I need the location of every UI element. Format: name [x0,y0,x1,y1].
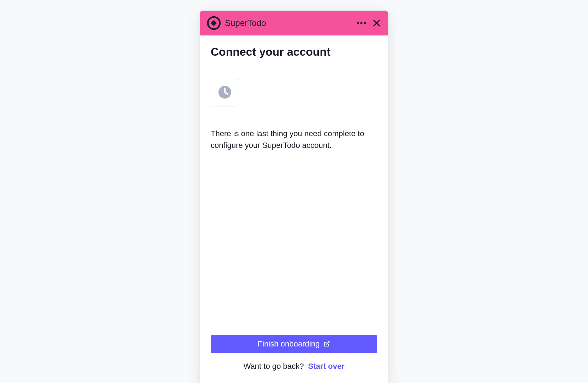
more-icon[interactable] [357,22,366,24]
clock-icon [218,85,232,99]
app-logo-icon [207,16,221,30]
primary-button-label: Finish onboarding [258,339,320,349]
title-section: Connect your account [200,35,388,67]
footer-text: Want to go back? [243,362,304,371]
start-over-link[interactable]: Start over [308,362,345,371]
app-name: SuperTodo [225,18,353,28]
footer-row: Want to go back? Start over [211,353,377,372]
status-icon-box [211,78,239,106]
header-actions [357,19,381,27]
external-link-icon [323,340,330,348]
close-icon[interactable] [372,19,381,27]
modal-header: SuperTodo [200,11,388,35]
content-spacer [211,151,377,335]
content-section: There is one last thing you need complet… [200,67,388,383]
svg-line-5 [326,342,329,344]
page-title: Connect your account [211,45,377,59]
finish-onboarding-button[interactable]: Finish onboarding [211,335,377,353]
svg-rect-1 [211,20,217,26]
onboarding-modal: SuperTodo Connect your account [200,11,388,383]
description-text: There is one last thing you need complet… [211,128,377,151]
